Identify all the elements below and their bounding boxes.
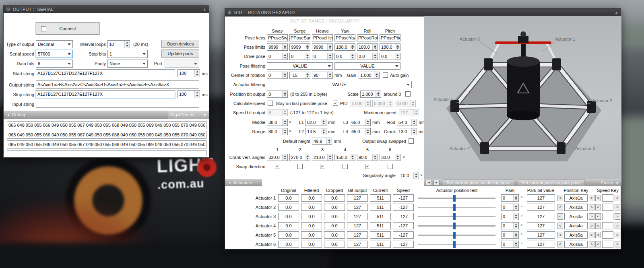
park-angle-stepper[interactable]: 0 [501,194,519,202]
pose-limit-stepper[interactable]: 180.0 [357,43,378,51]
spinner-arrows-icon[interactable] [365,128,370,135]
spinner-arrows-icon[interactable] [327,154,332,161]
spinner-arrows-icon[interactable] [365,100,370,107]
spinner-arrows-icon[interactable] [327,44,332,50]
middle-stepper[interactable]: 38.0 [267,119,288,126]
set-park-pose-button[interactable]: Set current pose as park pose [518,179,585,186]
speed-key-input[interactable] [602,231,613,239]
spinner-arrows-icon[interactable] [395,53,400,60]
singularity-angle-stepper[interactable]: 10.0 [399,172,419,179]
spinner-arrows-icon[interactable] [513,204,518,210]
speed-key-next-button[interactable]: > [615,195,620,201]
rig-3d-viewport[interactable]: Actuator 6 Actuator 1 Actuator 5 Actuato… [424,16,621,179]
crank-angle-stepper[interactable]: 330.0 [267,154,288,161]
poses-button[interactable]: Poses ► [601,180,620,185]
actuator-position-slider[interactable] [418,198,495,199]
spinner-arrows-icon[interactable] [327,53,332,60]
around-zero-checkbox[interactable] [405,91,411,97]
spinner-arrows-icon[interactable] [321,119,326,126]
spinner-arrows-icon[interactable] [413,172,419,179]
pose-key-input[interactable]: PPoseSurg [289,34,310,41]
l3-stepper[interactable]: 65.0 [350,119,371,126]
set-driving-pose-button[interactable]: Set current pose as driving pose [443,179,514,186]
spinner-arrows-icon[interactable] [282,128,287,135]
output-window-titlebar[interactable]: ⚙ OUTPUT :: SERIAL ▲ [4,5,209,13]
spinner-arrows-icon[interactable] [372,44,378,50]
position-key-input[interactable]: Axis1a [564,194,588,202]
chevron-down-icon[interactable] [405,81,411,88]
actuator-position-slider[interactable] [418,225,495,227]
drive-pose-stepper[interactable]: 0 [289,53,310,60]
spinner-arrows-icon[interactable] [413,109,419,116]
crank-angle-stepper[interactable]: 30.0 [380,154,400,161]
pid-stepper[interactable]: 1.000 [350,100,371,107]
speed-key-input[interactable] [602,241,613,248]
spinner-arrows-icon[interactable] [350,53,355,60]
drive-pose-stepper[interactable]: 0.0 [380,53,400,60]
crank-angle-stepper[interactable]: 270.0 [289,154,310,161]
start-delay-stepper[interactable]: 100 [178,69,200,77]
rigs-directs-button[interactable]: Rigs/Directs ► [168,111,209,119]
output-string-input[interactable] [36,80,199,89]
spinner-arrows-icon[interactable] [282,53,287,60]
position-key-prev-button[interactable]: < [557,195,563,201]
speed-key-prev-button[interactable]: < [595,213,601,220]
spinner-arrows-icon[interactable] [513,223,518,229]
pose-key-input[interactable]: PPosePitch [380,34,400,41]
spinner-arrows-icon[interactable] [327,72,332,78]
position-key-next-button[interactable]: > [589,223,594,229]
position-key-prev-button[interactable]: < [557,241,563,247]
park-angle-stepper[interactable]: 0 [501,231,519,239]
pose-filter-select-2[interactable]: VALUE [334,62,400,70]
spinner-arrows-icon[interactable] [513,195,518,201]
stop-delay-stepper[interactable]: 100 [178,90,200,98]
crank-stepper[interactable]: 13.0 [397,128,417,135]
spinner-arrows-icon[interactable] [388,100,393,107]
speed-key-prev-button[interactable]: < [595,232,601,238]
collapse-icon[interactable]: ▲ [203,7,206,11]
hexapod-3d-view[interactable]: Actuator 6 Actuator 1 Actuator 5 Actuato… [424,16,621,179]
pose-key-input[interactable]: PPoseSway [267,34,288,41]
spinner-arrows-icon[interactable] [411,119,417,126]
chevron-down-icon[interactable] [394,63,400,69]
slider-handle[interactable] [453,204,456,211]
spinner-arrows-icon[interactable] [376,91,381,97]
pose-next-button[interactable]: ► [433,180,440,186]
drive-pose-stepper[interactable]: 0.0 [334,53,355,60]
slider-handle[interactable] [453,195,456,202]
spinner-arrows-icon[interactable] [365,119,370,126]
pid-stepper[interactable]: 0.000 [372,100,393,107]
position-key-input[interactable]: Axis5a [564,231,588,239]
center-of-rotation-stepper[interactable]: -15 [289,72,310,79]
park-angle-stepper[interactable]: 0 [501,204,519,211]
speed-key-prev-button[interactable]: < [595,204,601,210]
spinner-arrows-icon[interactable] [513,241,518,247]
port-select[interactable] [165,60,199,68]
position-key-next-button[interactable]: > [589,232,594,238]
pose-limit-stepper[interactable]: 9999 [289,43,310,51]
spinner-arrows-icon[interactable] [326,138,332,144]
slider-handle[interactable] [453,223,456,229]
speed-key-input[interactable] [602,213,613,220]
spinner-arrows-icon[interactable] [395,44,400,50]
slider-handle[interactable] [453,241,456,248]
spinner-arrows-icon[interactable] [194,91,200,98]
output-swap-checkbox[interactable] [409,138,414,144]
scale-stepper[interactable]: 1.000 [360,91,381,98]
position-key-prev-button[interactable]: < [557,204,563,210]
pid-stepper[interactable]: 0.000 [395,100,416,107]
rig-window-titlebar[interactable]: ⚙ RIG :: ROTATING HEXAPOD ▲ [225,8,621,16]
slider-handle[interactable] [453,213,456,220]
position-key-next-button[interactable]: > [589,213,594,220]
spinner-arrows-icon[interactable] [282,44,287,50]
spinner-arrows-icon[interactable] [321,128,326,135]
crank-angle-stepper[interactable]: 90.0 [357,154,378,161]
spinner-arrows-icon[interactable] [305,72,310,78]
gain-stepper[interactable]: 1.000 [359,72,380,79]
actuator-position-slider[interactable] [418,207,495,208]
position-key-prev-button[interactable]: < [557,232,563,238]
park-angle-stepper[interactable]: 0 [501,213,519,220]
drive-pose-stepper[interactable]: 0 [312,53,333,60]
slider-handle[interactable] [453,232,456,239]
spinner-arrows-icon[interactable] [350,154,355,161]
